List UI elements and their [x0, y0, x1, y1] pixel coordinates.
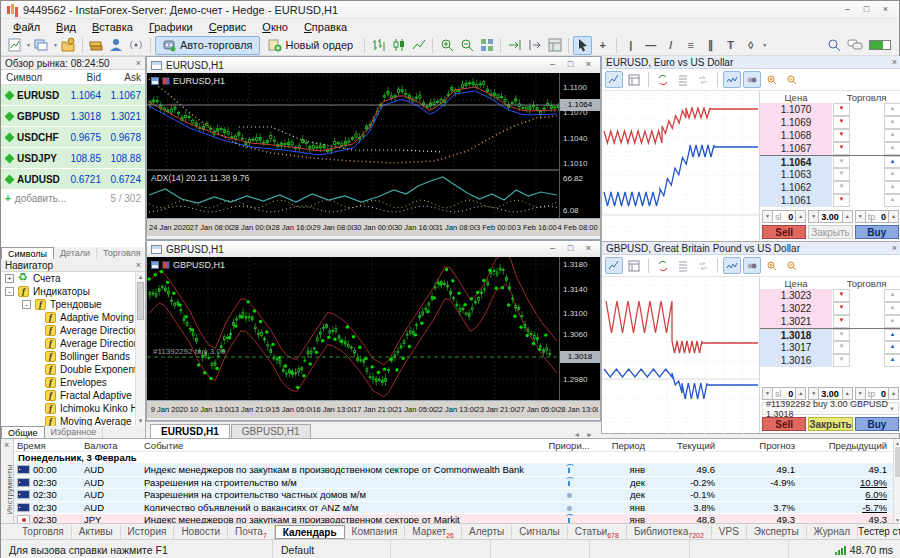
gbpusd-chart-canvas[interactable]	[147, 257, 560, 400]
buy-order-button[interactable]	[884, 354, 900, 367]
ladder-price[interactable]: 1.3017	[760, 341, 832, 354]
sell-order-button[interactable]	[833, 194, 850, 207]
market-watch-row[interactable]: AUDUSD 0.6721 0.6724	[1, 169, 145, 190]
scroll-down-icon[interactable]: ▼	[136, 416, 145, 426]
dom-price-row[interactable]: 1.3022	[760, 302, 900, 315]
chart-shift-icon[interactable]	[525, 36, 544, 55]
buy-order-button[interactable]	[884, 315, 900, 328]
navigator-tree-item[interactable]: + Счета	[1, 272, 145, 285]
toolbox-tab[interactable]: Торговля	[15, 525, 72, 539]
calendar-row[interactable]: 02:30 AUD Разрешения на строительство м/…	[14, 477, 893, 490]
dom-price-row[interactable]: 1.3018	[760, 328, 900, 341]
strategy-tester-label[interactable]: Тестер стратегий	[858, 526, 900, 537]
sell-order-button[interactable]	[833, 142, 850, 155]
close-icon[interactable]	[581, 243, 596, 255]
navigator-tab[interactable]: Общие	[1, 426, 45, 438]
templates-icon[interactable]	[545, 36, 564, 55]
text-icon[interactable]: T	[721, 36, 740, 55]
market-watch-tab[interactable]: Детали	[54, 247, 97, 259]
dom-zoom-out-icon[interactable]	[783, 257, 801, 274]
chart-tab[interactable]: EURUSD,H1	[150, 424, 230, 438]
menu-item[interactable]: Окно	[254, 20, 296, 34]
close-button[interactable]: Закрыть	[808, 417, 853, 431]
chart-mode-icon[interactable]	[605, 71, 623, 88]
horizontal-line-icon[interactable]: —	[641, 36, 660, 55]
gbpusd-window-titlebar[interactable]: GBPUSD,H1	[147, 241, 600, 257]
buy-button[interactable]: Buy	[855, 417, 899, 431]
eurusd-window-titlebar[interactable]: EURUSD,H1	[147, 57, 600, 73]
line-chart-icon[interactable]	[409, 36, 428, 55]
menu-item[interactable]: Вставка	[84, 20, 141, 34]
toolbox-tab[interactable]: Активы	[72, 525, 121, 539]
channel-icon[interactable]: ∥	[701, 36, 720, 55]
toolbox-tab[interactable]: Компания	[345, 525, 406, 539]
navigator-tree-item[interactable]: Average Directional	[1, 337, 145, 350]
navigator-tree-item[interactable]: - Трендовые	[1, 298, 145, 311]
cursor-icon[interactable]	[573, 36, 592, 55]
crosshair-icon[interactable]: +	[593, 36, 612, 55]
autotrade-button[interactable]: Авто-торговля	[155, 36, 260, 55]
profiles-dropdown-icon[interactable]: ▼	[53, 42, 58, 48]
ladder-price[interactable]: 1.3022	[760, 302, 832, 315]
scroll-up-icon[interactable]: ▲	[894, 439, 900, 447]
tools-dropdown-icon[interactable]: ▼	[762, 42, 767, 48]
history-mode-icon[interactable]	[625, 257, 643, 274]
navigator-tree-item[interactable]: Double Exponential	[1, 363, 145, 376]
dom-price-row[interactable]: 1.1063	[760, 168, 900, 181]
sell-order-button[interactable]	[833, 156, 850, 168]
toolbox-tab[interactable]: Новости	[174, 525, 228, 539]
signal-icon[interactable]	[127, 36, 146, 55]
navigator-tree-item[interactable]: Adaptive Moving Av	[1, 311, 145, 324]
new-order-button[interactable]: Новый ордер	[261, 36, 361, 55]
spin-up-icon[interactable]	[842, 387, 853, 400]
chat-icon[interactable]	[847, 38, 863, 52]
tree-expander-icon[interactable]: -	[22, 300, 31, 309]
toolbox-tab[interactable]: Статьи678	[568, 525, 627, 539]
navigator-scrollbar[interactable]: ▲ ▼	[135, 272, 145, 426]
buy-order-button[interactable]	[884, 103, 900, 116]
buy-order-button[interactable]	[884, 156, 900, 168]
spin-up-icon[interactable]	[888, 210, 899, 223]
maximize-icon[interactable]	[563, 59, 578, 71]
add-symbol-row[interactable]: добавить... 5 / 302	[1, 190, 145, 206]
ladder-price[interactable]: 1.1064	[760, 156, 832, 168]
dom-price-row[interactable]: 1.1062	[760, 181, 900, 194]
menu-item[interactable]: Сервис	[201, 20, 255, 34]
navigator-tree-item[interactable]: Fractal Adaptive Mo	[1, 389, 145, 402]
navigator-user-icon[interactable]	[107, 36, 126, 55]
fibonacci-icon[interactable]: ≡	[681, 36, 700, 55]
sell-order-button[interactable]	[833, 181, 850, 194]
close-icon[interactable]	[581, 59, 596, 71]
profile-name[interactable]: Default	[273, 540, 391, 558]
dom-price-row[interactable]: 1.1070	[760, 103, 900, 116]
tile-windows-icon[interactable]	[477, 36, 496, 55]
toolbox-tab[interactable]: Почта7	[228, 525, 275, 539]
menu-item[interactable]: Файл	[5, 20, 48, 34]
dom-close-icon[interactable]	[892, 57, 897, 67]
close-icon[interactable]	[877, 3, 894, 16]
ladder-price[interactable]: 1.3023	[760, 289, 832, 302]
minimize-icon[interactable]	[545, 243, 560, 255]
chart-mode-icon[interactable]	[605, 257, 623, 274]
tree-expander-icon[interactable]: -	[5, 287, 14, 296]
depth-ladder-icon[interactable]	[674, 71, 692, 88]
sell-order-button[interactable]	[833, 315, 850, 328]
navigator-tab[interactable]: Избранное	[45, 426, 104, 438]
new-chart-dropdown-icon[interactable]: ▼	[26, 42, 31, 48]
sl-spinner[interactable]: sl0	[762, 210, 806, 223]
navigator-close-icon[interactable]	[136, 260, 141, 270]
menu-item[interactable]: Справка	[296, 20, 355, 34]
sell-order-button[interactable]	[833, 329, 850, 341]
open-position-row[interactable]: #11392292 buy 3.00 GBPUSD 1.3018	[762, 402, 899, 415]
zoom-out-icon[interactable]	[457, 36, 476, 55]
dom-price-row[interactable]: 1.1067	[760, 142, 900, 155]
spin-down-icon[interactable]	[855, 387, 866, 400]
sell-order-button[interactable]	[833, 341, 850, 354]
market-watch-row[interactable]: USDJPY 108.85 108.88	[1, 148, 145, 169]
navigator-tree-item[interactable]: - Индикаторы	[1, 285, 145, 298]
tick-chart-icon[interactable]	[723, 257, 741, 274]
buy-order-button[interactable]	[884, 341, 900, 354]
candle-chart-icon[interactable]	[389, 36, 408, 55]
calendar-row[interactable]: 00:00 AUD Индекс менеджеров по закупкам …	[14, 464, 893, 477]
buy-order-button[interactable]	[884, 289, 900, 302]
